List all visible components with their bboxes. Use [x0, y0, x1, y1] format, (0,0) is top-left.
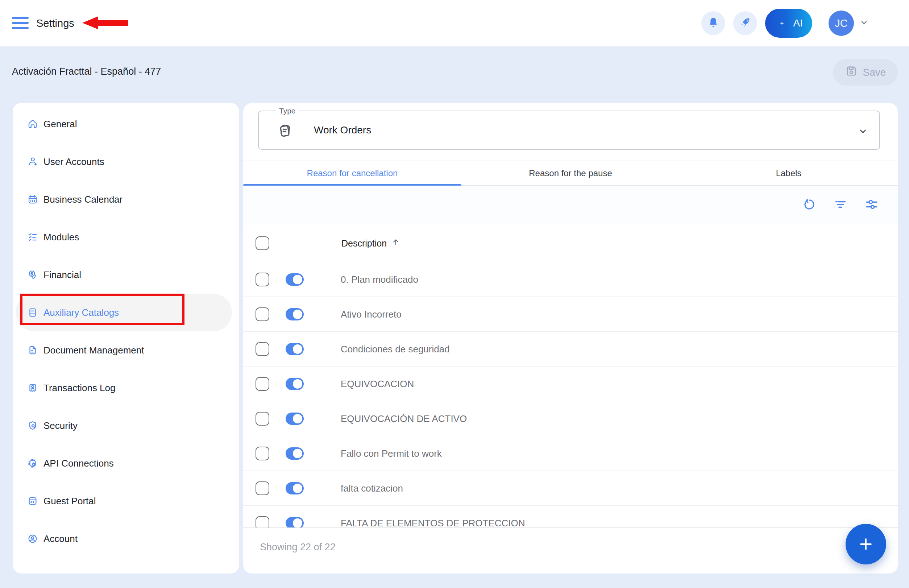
sidebar-item-auxiliary-catalogs[interactable]: Auxiliary Catalogs — [16, 294, 232, 331]
sidebar-item-label: Document Management — [44, 345, 144, 356]
description-header-label: Description — [341, 238, 387, 249]
select-all-checkbox[interactable] — [255, 236, 269, 250]
row-checkbox[interactable] — [255, 342, 269, 356]
calendar-icon — [27, 194, 38, 205]
tab-reason-for-the-pause[interactable]: Reason for the pause — [462, 161, 680, 185]
row-enabled-toggle[interactable] — [286, 308, 304, 320]
sidebar-item-user-accounts[interactable]: User Accounts — [16, 143, 232, 181]
sidebar-item-transactions-log[interactable]: Transactions Log — [16, 369, 232, 407]
description-column-header[interactable]: Description — [341, 237, 400, 249]
tab-labels[interactable]: Labels — [680, 161, 898, 185]
ai-button-label: AI — [793, 18, 803, 29]
whats-new-button[interactable] — [733, 11, 757, 35]
settings-page: Settings ✦ AI — [0, 0, 909, 588]
chevron-down-icon — [859, 18, 869, 29]
pagination-status: Showing 22 of 22 — [260, 541, 336, 553]
sidebar-item-label: General — [44, 118, 77, 130]
column-settings-button[interactable] — [864, 198, 879, 212]
sidebar-item-label: User Accounts — [44, 156, 104, 168]
row-checkbox[interactable] — [255, 516, 269, 527]
table-toolbar — [243, 186, 898, 225]
top-app-bar: Settings ✦ AI — [0, 0, 909, 47]
row-enabled-toggle[interactable] — [286, 482, 304, 494]
add-item-button[interactable] — [846, 524, 886, 564]
row-description: 0. Plan modificado — [341, 274, 418, 285]
sidebar-item-label: Business Calendar — [44, 194, 123, 205]
table-header-row: Description — [243, 225, 898, 262]
row-enabled-toggle[interactable] — [286, 378, 304, 390]
user-avatar[interactable]: JC — [828, 11, 854, 36]
refresh-icon — [802, 197, 817, 213]
sidebar-item-label: Transactions Log — [44, 383, 115, 394]
table-row: Fallo con Permit to work — [243, 436, 898, 471]
id-badge-icon — [27, 383, 38, 393]
chevron-down-icon — [857, 126, 869, 138]
annotation-arrow-shaft — [97, 20, 128, 26]
sparkle-icon: ✦ — [780, 20, 784, 27]
sidebar-item-label: Auxiliary Catalogs — [44, 307, 119, 318]
row-description: falta cotizacion — [341, 483, 403, 494]
account-menu-button[interactable] — [859, 18, 869, 29]
chip-gear-icon — [27, 458, 38, 469]
sidebar-item-label: Security — [44, 420, 77, 431]
row-description: FALTA DE ELEMENTOS DE PROTECCION — [341, 518, 525, 527]
floppy-disk-icon — [845, 65, 858, 80]
avatar-initials: JC — [835, 18, 848, 29]
dollar-coin-icon — [27, 269, 38, 280]
type-select[interactable]: Type Work Orders — [258, 111, 880, 150]
table-row: 0. Plan modificado — [243, 262, 898, 297]
row-enabled-toggle[interactable] — [286, 412, 304, 425]
sidebar-item-account[interactable]: Account — [16, 520, 232, 557]
document-icon — [27, 345, 38, 355]
ai-assistant-button[interactable]: ✦ AI — [765, 9, 812, 38]
catalog-tabs: Reason for cancellation Reason for the p… — [243, 161, 898, 186]
table-row: Ativo Incorreto — [243, 297, 898, 332]
refresh-button[interactable] — [802, 198, 817, 212]
sidebar-item-label: Modules — [44, 232, 79, 243]
topbar-actions: ✦ AI JC — [701, 9, 869, 38]
row-enabled-toggle[interactable] — [286, 273, 304, 286]
save-button[interactable]: Save — [833, 59, 898, 86]
sidebar-item-security[interactable]: Security — [16, 407, 232, 444]
notifications-button[interactable] — [701, 11, 725, 35]
type-select-label: Type — [276, 107, 299, 115]
sidebar-item-financial[interactable]: Financial — [16, 256, 232, 294]
settings-sidebar: General User Accounts Business Calendar … — [13, 103, 239, 573]
breadcrumb: Activación Fracttal - Español - 477 — [12, 66, 161, 77]
work-order-icon — [276, 121, 294, 142]
journal-icon — [27, 307, 38, 318]
row-description: EQUIVOCACION — [341, 378, 414, 390]
row-description: Ativo Incorreto — [341, 309, 402, 320]
bell-icon — [707, 16, 719, 30]
menu-icon[interactable] — [12, 17, 29, 30]
row-checkbox[interactable] — [255, 412, 269, 426]
page-title: Settings — [36, 17, 74, 30]
filter-button[interactable] — [833, 198, 848, 212]
sidebar-item-general[interactable]: General — [16, 105, 232, 143]
row-description: Fallo con Permit to work — [341, 448, 442, 459]
sidebar-item-label: Account — [44, 533, 77, 544]
table-row: FALTA DE ELEMENTOS DE PROTECCION — [243, 506, 898, 527]
row-checkbox[interactable] — [255, 377, 269, 391]
table-body: 0. Plan modificado Ativo Incorreto Condi… — [243, 262, 898, 527]
row-checkbox[interactable] — [255, 273, 269, 286]
row-enabled-toggle[interactable] — [286, 447, 304, 460]
row-checkbox[interactable] — [255, 481, 269, 495]
tab-reason-for-cancellation[interactable]: Reason for cancellation — [243, 161, 462, 185]
sliders-icon — [864, 197, 879, 213]
user-circle-icon — [27, 533, 38, 544]
row-checkbox[interactable] — [255, 447, 269, 460]
row-checkbox[interactable] — [255, 307, 269, 321]
save-button-label: Save — [863, 67, 886, 78]
sidebar-item-document-management[interactable]: Document Management — [16, 331, 232, 369]
row-enabled-toggle[interactable] — [286, 343, 304, 355]
row-enabled-toggle[interactable] — [286, 517, 304, 527]
sidebar-item-api-connections[interactable]: API Connections — [16, 444, 232, 482]
browser-code-icon — [27, 496, 38, 506]
auxiliary-catalogs-panel: Type Work Orders Reason for cancellation… — [243, 103, 898, 573]
rocket-icon — [739, 16, 752, 31]
sidebar-item-business-calendar[interactable]: Business Calendar — [16, 181, 232, 218]
user-plus-icon — [27, 156, 38, 167]
sidebar-item-modules[interactable]: Modules — [16, 218, 232, 256]
sidebar-item-guest-portal[interactable]: Guest Portal — [16, 482, 232, 520]
